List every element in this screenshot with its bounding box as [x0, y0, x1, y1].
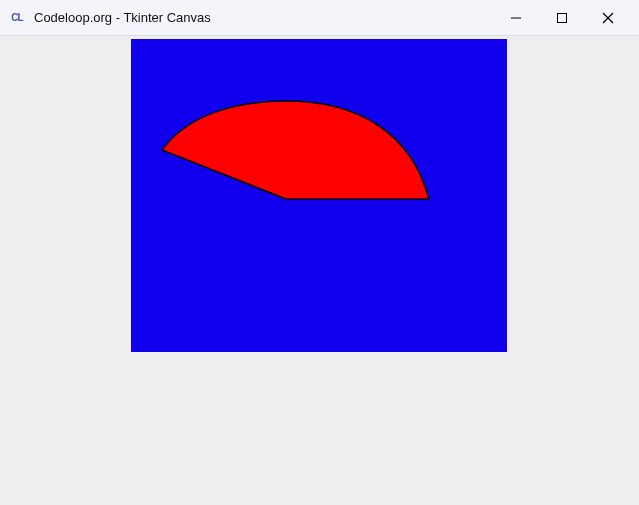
arc-path — [162, 101, 429, 199]
app-icon: CL — [8, 9, 26, 27]
maximize-button[interactable] — [539, 2, 585, 34]
minimize-icon — [510, 12, 522, 24]
maximize-icon — [556, 12, 568, 24]
tkinter-canvas — [131, 39, 507, 352]
window-titlebar: CL Codeloop.org - Tkinter Canvas — [0, 0, 639, 36]
window-controls — [493, 2, 631, 34]
window-title: Codeloop.org - Tkinter Canvas — [34, 10, 493, 25]
minimize-button[interactable] — [493, 2, 539, 34]
svg-rect-1 — [558, 13, 567, 22]
content-area — [0, 36, 639, 505]
canvas-arc-shape — [131, 39, 507, 352]
close-button[interactable] — [585, 2, 631, 34]
close-icon — [602, 12, 614, 24]
